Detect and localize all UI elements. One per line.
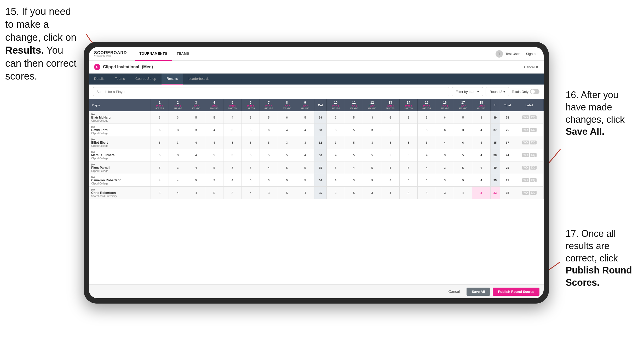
search-input[interactable]: [93, 87, 449, 96]
score-front-4[interactable]: 5: [205, 111, 223, 124]
score-back-13[interactable]: 4: [381, 161, 400, 174]
totals-toggle-switch[interactable]: [530, 89, 539, 94]
score-front-8[interactable]: 4: [278, 124, 296, 136]
score-back-13[interactable]: 4: [381, 187, 400, 199]
score-back-18[interactable]: 4: [472, 124, 490, 136]
score-back-16[interactable]: 4: [436, 136, 454, 149]
wd-button[interactable]: WD: [522, 191, 529, 195]
score-back-12[interactable]: 5: [363, 174, 381, 187]
score-front-5[interactable]: 3: [223, 136, 242, 149]
score-front-6[interactable]: 3: [242, 111, 260, 124]
score-front-1[interactable]: 3: [151, 187, 169, 199]
tab-details[interactable]: Details: [89, 74, 110, 85]
score-front-6[interactable]: 3: [242, 174, 260, 187]
score-front-8[interactable]: 5: [278, 161, 296, 174]
tab-course-setup[interactable]: Course Setup: [130, 74, 162, 85]
score-front-6[interactable]: 4: [242, 187, 260, 199]
wd-button[interactable]: WD: [522, 115, 529, 119]
score-front-9[interactable]: 4: [296, 149, 314, 161]
score-front-2[interactable]: 3: [169, 161, 187, 174]
score-front-8[interactable]: 3: [278, 136, 296, 149]
score-front-5[interactable]: 3: [223, 149, 242, 161]
score-back-17[interactable]: 4: [454, 187, 472, 199]
score-front-3[interactable]: 3: [187, 124, 205, 136]
score-front-6[interactable]: 3: [242, 136, 260, 149]
score-front-4[interactable]: 5: [205, 161, 223, 174]
wd-button[interactable]: WD: [522, 153, 529, 157]
score-back-11[interactable]: 5: [345, 111, 363, 124]
score-back-14[interactable]: 3: [399, 111, 418, 124]
score-front-3[interactable]: 4: [187, 136, 205, 149]
score-back-10[interactable]: 3: [327, 136, 345, 149]
score-back-17[interactable]: 5: [454, 161, 472, 174]
cancel-tournament-button[interactable]: Cancel ✕: [524, 65, 538, 69]
score-front-9[interactable]: 5: [296, 161, 314, 174]
score-back-11[interactable]: 5: [345, 149, 363, 161]
score-front-4[interactable]: 5: [205, 149, 223, 161]
score-front-9[interactable]: 4: [296, 124, 314, 136]
score-front-6[interactable]: 5: [242, 149, 260, 161]
score-front-2[interactable]: 3: [169, 136, 187, 149]
score-front-8[interactable]: 5: [278, 149, 296, 161]
wd-button[interactable]: WD: [522, 178, 529, 182]
score-front-2[interactable]: 3: [169, 111, 187, 124]
score-front-7[interactable]: 3: [260, 187, 278, 199]
score-back-14[interactable]: 3: [399, 187, 418, 199]
score-front-2[interactable]: 3: [169, 149, 187, 161]
score-front-5[interactable]: 4: [223, 111, 242, 124]
score-front-4[interactable]: 5: [205, 187, 223, 199]
score-back-10[interactable]: 5: [327, 161, 345, 174]
score-back-11[interactable]: 4: [345, 161, 363, 174]
score-back-15[interactable]: 5: [418, 136, 436, 149]
sign-out-link[interactable]: Sign out: [526, 52, 538, 56]
score-back-16[interactable]: 3: [436, 187, 454, 199]
tab-leaderboards[interactable]: Leaderboards: [183, 74, 215, 85]
score-back-16[interactable]: 3: [436, 161, 454, 174]
score-back-18[interactable]: 3: [472, 187, 490, 199]
score-front-2[interactable]: 3: [169, 124, 187, 136]
score-back-15[interactable]: 5: [418, 187, 436, 199]
score-front-7[interactable]: 5: [260, 136, 278, 149]
score-back-16[interactable]: 3: [436, 149, 454, 161]
score-front-5[interactable]: 3: [223, 124, 242, 136]
score-front-7[interactable]: 5: [260, 111, 278, 124]
score-front-1[interactable]: 5: [151, 149, 169, 161]
score-back-12[interactable]: 5: [363, 149, 381, 161]
score-front-8[interactable]: 5: [278, 174, 296, 187]
score-front-1[interactable]: 6: [151, 124, 169, 136]
score-front-5[interactable]: 3: [223, 187, 242, 199]
score-back-13[interactable]: 3: [381, 136, 400, 149]
score-front-1[interactable]: 5: [151, 136, 169, 149]
score-back-16[interactable]: 3: [436, 174, 454, 187]
score-back-10[interactable]: 3: [327, 187, 345, 199]
score-front-3[interactable]: 4: [187, 161, 205, 174]
score-front-3[interactable]: 5: [187, 174, 205, 187]
score-front-8[interactable]: 6: [278, 111, 296, 124]
score-back-17[interactable]: 5: [454, 149, 472, 161]
score-back-17[interactable]: 5: [454, 174, 472, 187]
score-back-14[interactable]: 3: [399, 124, 418, 136]
score-back-12[interactable]: 3: [363, 136, 381, 149]
dq-button[interactable]: DQ: [530, 191, 537, 195]
score-front-4[interactable]: 3: [205, 174, 223, 187]
score-back-14[interactable]: 5: [399, 174, 418, 187]
score-back-10[interactable]: 3: [327, 124, 345, 136]
round-select-button[interactable]: Round 3 ▾: [486, 87, 509, 96]
score-back-15[interactable]: 5: [418, 111, 436, 124]
score-front-8[interactable]: 5: [278, 187, 296, 199]
wd-button[interactable]: WD: [522, 128, 529, 132]
score-back-13[interactable]: 5: [381, 124, 400, 136]
score-front-3[interactable]: 5: [187, 111, 205, 124]
score-front-3[interactable]: 4: [187, 149, 205, 161]
dq-button[interactable]: DQ: [530, 128, 537, 132]
score-back-16[interactable]: 6: [436, 124, 454, 136]
score-back-15[interactable]: 3: [418, 174, 436, 187]
score-front-5[interactable]: 4: [223, 174, 242, 187]
score-back-12[interactable]: 5: [363, 161, 381, 174]
score-front-1[interactable]: 3: [151, 111, 169, 124]
score-back-18[interactable]: 6: [472, 161, 490, 174]
score-front-6[interactable]: 5: [242, 124, 260, 136]
nav-tournaments[interactable]: TOURNAMENTS: [135, 47, 172, 61]
tab-results[interactable]: Results: [162, 74, 183, 85]
score-front-9[interactable]: 5: [296, 111, 314, 124]
